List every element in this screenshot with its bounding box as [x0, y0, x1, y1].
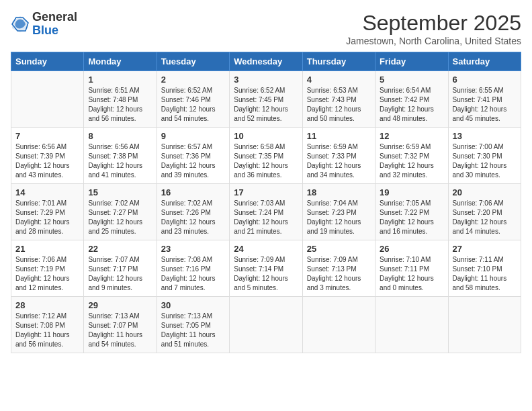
day-number: 9	[161, 131, 225, 141]
calendar-cell: 17Sunrise: 7:03 AMSunset: 7:24 PMDayligh…	[230, 184, 302, 240]
day-info: Sunrise: 6:55 AMSunset: 7:41 PMDaylight:…	[453, 86, 517, 124]
day-info: Sunrise: 7:10 AMSunset: 7:11 PMDaylight:…	[380, 255, 443, 293]
day-info: Sunrise: 7:05 AMSunset: 7:22 PMDaylight:…	[380, 199, 443, 236]
weekday-header-thursday: Thursday	[302, 52, 375, 71]
day-number: 30	[161, 300, 225, 310]
calendar-week-row: 14Sunrise: 7:01 AMSunset: 7:29 PMDayligh…	[11, 184, 521, 240]
day-info: Sunrise: 7:08 AMSunset: 7:16 PMDaylight:…	[161, 255, 225, 293]
day-number: 20	[453, 187, 517, 197]
calendar-cell: 15Sunrise: 7:02 AMSunset: 7:27 PMDayligh…	[84, 184, 157, 240]
calendar-cell: 23Sunrise: 7:08 AMSunset: 7:16 PMDayligh…	[157, 240, 229, 297]
logo-blue-text: Blue	[32, 24, 58, 37]
page-header: General Blue September 2025 Jamestown, N…	[11, 11, 521, 46]
calendar-cell: 28Sunrise: 7:12 AMSunset: 7:08 PMDayligh…	[11, 297, 84, 353]
day-info: Sunrise: 7:02 AMSunset: 7:26 PMDaylight:…	[161, 199, 225, 236]
day-info: Sunrise: 6:58 AMSunset: 7:35 PMDaylight:…	[234, 142, 298, 180]
month-title: September 2025	[346, 11, 521, 36]
calendar-cell: 8Sunrise: 6:56 AMSunset: 7:38 PMDaylight…	[84, 128, 157, 184]
location-text: Jamestown, North Carolina, United States	[346, 36, 521, 46]
logo: General Blue	[11, 11, 77, 38]
day-number: 29	[88, 300, 152, 310]
logo-general-text: General	[32, 10, 77, 24]
day-info: Sunrise: 7:06 AMSunset: 7:19 PMDaylight:…	[15, 255, 79, 293]
calendar-cell: 26Sunrise: 7:10 AMSunset: 7:11 PMDayligh…	[375, 240, 448, 297]
day-info: Sunrise: 7:07 AMSunset: 7:17 PMDaylight:…	[88, 255, 152, 293]
day-info: Sunrise: 6:59 AMSunset: 7:32 PMDaylight:…	[380, 142, 443, 180]
calendar-cell: 7Sunrise: 6:56 AMSunset: 7:39 PMDaylight…	[11, 128, 84, 184]
day-number: 21	[15, 244, 79, 254]
day-info: Sunrise: 7:06 AMSunset: 7:20 PMDaylight:…	[453, 199, 517, 236]
calendar-cell: 6Sunrise: 6:55 AMSunset: 7:41 PMDaylight…	[448, 71, 521, 128]
day-number: 1	[88, 75, 152, 85]
day-info: Sunrise: 7:02 AMSunset: 7:27 PMDaylight:…	[88, 199, 152, 236]
day-number: 2	[161, 75, 225, 85]
calendar-cell: 2Sunrise: 6:52 AMSunset: 7:46 PMDaylight…	[157, 71, 229, 128]
weekday-header-saturday: Saturday	[448, 52, 521, 71]
calendar-cell: 1Sunrise: 6:51 AMSunset: 7:48 PMDaylight…	[84, 71, 157, 128]
day-number: 17	[234, 187, 298, 197]
day-info: Sunrise: 7:11 AMSunset: 7:10 PMDaylight:…	[453, 255, 517, 293]
calendar-cell: 21Sunrise: 7:06 AMSunset: 7:19 PMDayligh…	[11, 240, 84, 297]
day-number: 27	[453, 244, 517, 254]
day-info: Sunrise: 7:01 AMSunset: 7:29 PMDaylight:…	[15, 199, 79, 236]
weekday-header-sunday: Sunday	[11, 52, 84, 71]
day-info: Sunrise: 6:53 AMSunset: 7:43 PMDaylight:…	[307, 86, 371, 124]
day-number: 14	[15, 187, 79, 197]
day-info: Sunrise: 6:52 AMSunset: 7:46 PMDaylight:…	[161, 86, 225, 124]
calendar-cell	[375, 297, 448, 353]
day-number: 12	[380, 131, 443, 141]
calendar-cell: 3Sunrise: 6:52 AMSunset: 7:45 PMDaylight…	[230, 71, 302, 128]
calendar-cell	[11, 71, 84, 128]
day-number: 25	[307, 244, 371, 254]
logo-icon	[11, 15, 30, 34]
day-number: 19	[380, 187, 443, 197]
day-number: 26	[380, 244, 443, 254]
day-number: 3	[234, 75, 298, 85]
day-info: Sunrise: 6:59 AMSunset: 7:33 PMDaylight:…	[307, 142, 371, 180]
calendar-cell: 25Sunrise: 7:09 AMSunset: 7:13 PMDayligh…	[302, 240, 375, 297]
calendar-week-row: 1Sunrise: 6:51 AMSunset: 7:48 PMDaylight…	[11, 71, 521, 128]
day-number: 8	[88, 131, 152, 141]
calendar-cell: 24Sunrise: 7:09 AMSunset: 7:14 PMDayligh…	[230, 240, 302, 297]
day-info: Sunrise: 6:56 AMSunset: 7:38 PMDaylight:…	[88, 142, 152, 180]
day-number: 10	[234, 131, 298, 141]
calendar-cell: 19Sunrise: 7:05 AMSunset: 7:22 PMDayligh…	[375, 184, 448, 240]
title-block: September 2025 Jamestown, North Carolina…	[346, 11, 521, 46]
calendar-cell: 22Sunrise: 7:07 AMSunset: 7:17 PMDayligh…	[84, 240, 157, 297]
day-info: Sunrise: 6:54 AMSunset: 7:42 PMDaylight:…	[380, 86, 443, 124]
calendar-table: SundayMondayTuesdayWednesdayThursdayFrid…	[11, 52, 521, 353]
day-number: 6	[453, 75, 517, 85]
day-info: Sunrise: 7:00 AMSunset: 7:30 PMDaylight:…	[453, 142, 517, 180]
calendar-cell: 10Sunrise: 6:58 AMSunset: 7:35 PMDayligh…	[230, 128, 302, 184]
day-number: 5	[380, 75, 443, 85]
day-info: Sunrise: 6:57 AMSunset: 7:36 PMDaylight:…	[161, 142, 225, 180]
calendar-cell	[302, 297, 375, 353]
day-info: Sunrise: 7:09 AMSunset: 7:14 PMDaylight:…	[234, 255, 298, 293]
calendar-cell	[230, 297, 302, 353]
calendar-cell: 14Sunrise: 7:01 AMSunset: 7:29 PMDayligh…	[11, 184, 84, 240]
day-info: Sunrise: 7:12 AMSunset: 7:08 PMDaylight:…	[15, 312, 79, 349]
calendar-cell: 12Sunrise: 6:59 AMSunset: 7:32 PMDayligh…	[375, 128, 448, 184]
day-info: Sunrise: 7:13 AMSunset: 7:05 PMDaylight:…	[161, 312, 225, 349]
calendar-week-row: 28Sunrise: 7:12 AMSunset: 7:08 PMDayligh…	[11, 297, 521, 353]
day-number: 4	[307, 75, 371, 85]
day-info: Sunrise: 7:13 AMSunset: 7:07 PMDaylight:…	[88, 312, 152, 349]
day-number: 23	[161, 244, 225, 254]
weekday-header-friday: Friday	[375, 52, 448, 71]
day-info: Sunrise: 6:56 AMSunset: 7:39 PMDaylight:…	[15, 142, 79, 180]
calendar-cell	[448, 297, 521, 353]
day-info: Sunrise: 7:09 AMSunset: 7:13 PMDaylight:…	[307, 255, 371, 293]
day-number: 15	[88, 187, 152, 197]
weekday-header-row: SundayMondayTuesdayWednesdayThursdayFrid…	[11, 52, 521, 71]
weekday-header-monday: Monday	[84, 52, 157, 71]
weekday-header-tuesday: Tuesday	[157, 52, 229, 71]
calendar-cell: 20Sunrise: 7:06 AMSunset: 7:20 PMDayligh…	[448, 184, 521, 240]
calendar-cell: 5Sunrise: 6:54 AMSunset: 7:42 PMDaylight…	[375, 71, 448, 128]
day-info: Sunrise: 7:04 AMSunset: 7:23 PMDaylight:…	[307, 199, 371, 236]
day-info: Sunrise: 6:51 AMSunset: 7:48 PMDaylight:…	[88, 86, 152, 124]
day-number: 13	[453, 131, 517, 141]
day-number: 16	[161, 187, 225, 197]
day-info: Sunrise: 7:03 AMSunset: 7:24 PMDaylight:…	[234, 199, 298, 236]
calendar-cell: 16Sunrise: 7:02 AMSunset: 7:26 PMDayligh…	[157, 184, 229, 240]
day-number: 7	[15, 131, 79, 141]
